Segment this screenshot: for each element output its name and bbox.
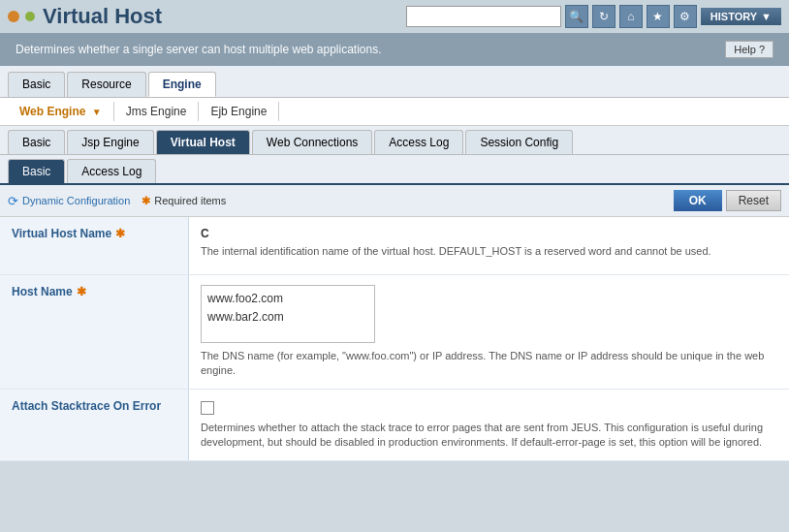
engine-tabs: Web Engine ▼ Jms Engine Ejb Engine — [0, 98, 789, 126]
checkbox-area — [201, 399, 777, 415]
field-attach-stacktrace: Determines whether to attach the stack t… — [189, 390, 789, 460]
dynamic-config-area: ⟳ Dynamic Configuration — [8, 194, 130, 208]
host-name-desc: The DNS name (for example, "www.foo.com"… — [201, 349, 777, 379]
host-name-label-text: Host Name — [12, 285, 73, 298]
history-label: HISTORY — [710, 11, 757, 22]
settings-button[interactable]: ⚙ — [674, 5, 697, 28]
history-arrow-icon: ▼ — [761, 11, 772, 22]
form-row-host-name: Host Name ✱ www.foo2.comwww.bar2.com The… — [0, 275, 789, 390]
content-area: Virtual Host Name ✱ C The internal ident… — [0, 217, 789, 461]
field-host-name: www.foo2.comwww.bar2.com The DNS name (f… — [189, 275, 789, 389]
dot-orange — [8, 11, 19, 22]
ok-button[interactable]: OK — [674, 190, 722, 211]
sec-tab-access-log[interactable]: Access Log — [67, 159, 156, 183]
web-engine-label: Web Engine — [19, 105, 85, 118]
sub-tab-session-config[interactable]: Session Config — [465, 130, 573, 154]
help-label: Help — [734, 44, 756, 55]
bookmark-button[interactable]: ★ — [647, 5, 670, 28]
main-tabs: Basic Resource Engine — [0, 66, 789, 98]
attach-stacktrace-desc: Determines whether to attach the stack t… — [201, 421, 777, 451]
sub-tab-virtual-host[interactable]: Virtual Host — [156, 130, 250, 154]
field-virtual-host-name: C The internal identification name of th… — [189, 217, 789, 274]
tab-basic[interactable]: Basic — [8, 72, 65, 97]
attach-stacktrace-label-text: Attach Stacktrace On Error — [12, 399, 161, 413]
top-bar: Virtual Host 🔍 ↻ ⌂ ★ ⚙ HISTORY ▼ — [0, 0, 789, 33]
required-items-area: ✱ Required items — [142, 195, 226, 207]
search-input[interactable] — [406, 6, 561, 27]
label-attach-stacktrace: Attach Stacktrace On Error — [0, 390, 189, 460]
help-icon: ? — [759, 44, 765, 55]
sub-tab-basic[interactable]: Basic — [8, 130, 65, 154]
sub-tabs: Basic Jsp Engine Virtual Host Web Connec… — [0, 126, 789, 155]
label-host-name: Host Name ✱ — [0, 275, 189, 389]
form-row-virtual-host-name: Virtual Host Name ✱ C The internal ident… — [0, 217, 789, 275]
required-asterisk-vhn: ✱ — [115, 227, 125, 240]
action-left: ⟳ Dynamic Configuration ✱ Required items — [8, 194, 226, 208]
history-button[interactable]: HISTORY ▼ — [701, 8, 781, 25]
app-title-area: Virtual Host — [8, 4, 162, 29]
sec-tabs: Basic Access Log — [0, 155, 789, 185]
eng-tab-jms-engine[interactable]: Jms Engine — [114, 102, 200, 121]
sub-tab-access-log[interactable]: Access Log — [374, 130, 463, 154]
required-items-label: Required items — [154, 195, 226, 206]
virtual-host-name-value: C — [201, 227, 777, 240]
description-text: Determines whether a single server can h… — [16, 43, 382, 56]
search-button[interactable]: 🔍 — [565, 5, 588, 28]
reset-button[interactable]: Reset — [726, 190, 781, 211]
eng-tab-web-engine[interactable]: Web Engine ▼ — [8, 102, 114, 121]
label-virtual-host-name: Virtual Host Name ✱ — [0, 217, 189, 274]
description-bar: Determines whether a single server can h… — [0, 33, 789, 66]
dot-green — [25, 12, 35, 21]
dynamic-config-label: Dynamic Configuration — [22, 195, 130, 206]
action-buttons: OK Reset — [674, 190, 781, 211]
title-dots — [8, 11, 35, 22]
app-title: Virtual Host — [43, 4, 162, 29]
help-button[interactable]: Help ? — [725, 41, 773, 58]
form-row-attach-stacktrace: Attach Stacktrace On Error Determines wh… — [0, 390, 789, 461]
refresh-button[interactable]: ↻ — [592, 5, 615, 28]
virtual-host-name-desc: The internal identification name of the … — [201, 244, 777, 259]
sec-tab-basic[interactable]: Basic — [8, 159, 65, 183]
web-engine-arrow-icon: ▼ — [92, 107, 102, 117]
top-right-area: 🔍 ↻ ⌂ ★ ⚙ HISTORY ▼ — [406, 5, 781, 28]
attach-stacktrace-checkbox[interactable] — [201, 401, 214, 415]
home-button[interactable]: ⌂ — [619, 5, 643, 28]
eng-tab-ejb-engine[interactable]: Ejb Engine — [199, 102, 279, 121]
tab-engine[interactable]: Engine — [148, 72, 216, 97]
virtual-host-name-label-text: Virtual Host Name — [12, 227, 111, 240]
required-asterisk-hn: ✱ — [77, 285, 86, 298]
tab-resource[interactable]: Resource — [67, 72, 145, 97]
sub-tab-web-connections[interactable]: Web Connections — [252, 130, 373, 154]
sub-tab-jsp-engine[interactable]: Jsp Engine — [67, 130, 153, 154]
action-bar: ⟳ Dynamic Configuration ✱ Required items… — [0, 185, 789, 217]
asterisk-icon: ✱ — [142, 195, 150, 207]
host-name-value[interactable]: www.foo2.comwww.bar2.com — [201, 285, 375, 343]
sync-icon: ⟳ — [8, 194, 18, 208]
